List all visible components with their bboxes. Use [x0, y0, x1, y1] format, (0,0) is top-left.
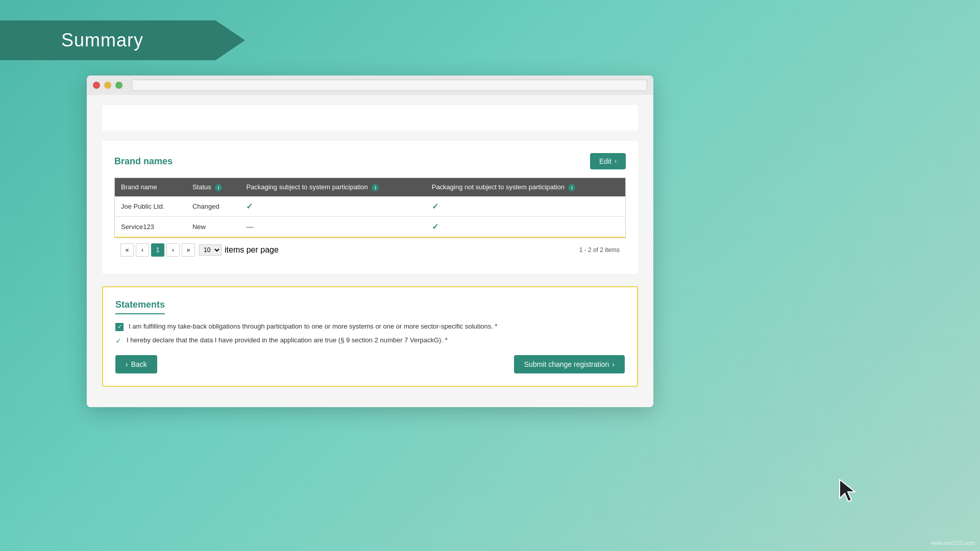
brand-names-card: Brand names Edit › Brand name Status i P…	[102, 141, 638, 274]
statement-text-1: I am fulfilling my take-back obligations…	[129, 322, 498, 330]
brand-name-cell: Service123	[115, 216, 186, 237]
brand-names-table: Brand name Status i Packaging subject to…	[114, 178, 626, 238]
minimize-button-dot[interactable]	[104, 82, 111, 89]
packaging-subject-cell: —	[240, 216, 425, 237]
statement-text-2: I hereby declare that the data I have pr…	[127, 336, 448, 344]
items-per-page-select[interactable]: 10 25 50	[199, 244, 222, 256]
col-packaging-subject: Packaging subject to system participatio…	[240, 178, 425, 196]
back-button[interactable]: ‹ Back	[115, 355, 157, 373]
table-header-row: Brand name Status i Packaging subject to…	[115, 178, 626, 196]
status-cell: Changed	[186, 196, 240, 217]
check-icon: ✓	[432, 222, 438, 231]
checkmark-2: ✓	[115, 337, 121, 345]
next-page-button[interactable]: ›	[166, 243, 180, 257]
statements-card: Statements I am fulfilling my take-back …	[102, 286, 638, 387]
statement-item-2: ✓ I hereby declare that the data I have …	[115, 336, 625, 345]
items-per-page: 10 25 50 items per page	[199, 244, 279, 256]
packaging-not-subject-cell: ✓	[426, 216, 626, 237]
edit-arrow-icon: ›	[615, 158, 617, 165]
watermark: www.env123.com	[931, 540, 975, 546]
col-brand-name: Brand name	[115, 178, 186, 196]
back-label: Back	[131, 360, 147, 368]
edit-label: Edit	[599, 157, 611, 165]
brand-name-cell: Joe Public Ltd.	[115, 196, 186, 217]
maximize-button-dot[interactable]	[115, 82, 122, 89]
pagination: « ‹ 1 › » 10 25 50 items per page 1 - 2 …	[114, 238, 626, 262]
checkbox-1[interactable]	[115, 323, 124, 331]
statement-item-1: I am fulfilling my take-back obligations…	[115, 322, 625, 331]
address-bar[interactable]	[132, 80, 647, 91]
page-content: Brand names Edit › Brand name Status i P…	[87, 95, 653, 407]
status-info-icon: i	[215, 184, 222, 191]
close-button-dot[interactable]	[93, 82, 100, 89]
check-icon: ✓	[246, 202, 253, 211]
packaging-not-subject-cell: ✓	[426, 196, 626, 217]
brand-names-header: Brand names Edit ›	[114, 153, 626, 169]
last-page-button[interactable]: »	[182, 243, 195, 257]
status-cell: New	[186, 216, 240, 237]
prev-page-button[interactable]: ‹	[136, 243, 149, 257]
items-count: 1 - 2 of 2 items	[579, 246, 620, 254]
edit-button[interactable]: Edit ›	[590, 153, 626, 169]
page-title: Summary	[61, 30, 214, 51]
summary-banner: Summary	[0, 20, 245, 60]
first-page-button[interactable]: «	[120, 243, 134, 257]
svg-marker-0	[840, 480, 855, 502]
page-number: 1	[156, 246, 160, 254]
check-icon: ✓	[432, 202, 438, 211]
buttons-row: ‹ Back Submit change registration ›	[115, 355, 625, 373]
browser-window: Brand names Edit › Brand name Status i P…	[87, 76, 653, 407]
back-arrow-icon: ‹	[126, 360, 128, 368]
submit-button[interactable]: Submit change registration ›	[514, 355, 625, 373]
page-1-button[interactable]: 1	[151, 243, 164, 257]
items-per-page-label: items per page	[225, 245, 279, 255]
statements-title: Statements	[115, 299, 165, 314]
submit-arrow-icon: ›	[612, 360, 615, 368]
dash-icon: —	[246, 222, 253, 231]
packaging-subject-cell: ✓	[240, 196, 425, 217]
table-row: Joe Public Ltd. Changed ✓ ✓	[115, 196, 626, 217]
packaging-not-subject-info-icon: i	[568, 184, 575, 191]
submit-label: Submit change registration	[524, 360, 609, 368]
brand-names-title: Brand names	[114, 156, 173, 167]
table-row: Service123 New — ✓	[115, 216, 626, 237]
packaging-subject-info-icon: i	[372, 184, 379, 191]
browser-chrome	[87, 76, 653, 95]
col-packaging-not-subject: Packaging not subject to system particip…	[426, 178, 626, 196]
cursor	[837, 477, 857, 503]
col-status: Status i	[186, 178, 240, 196]
top-section	[102, 105, 638, 131]
